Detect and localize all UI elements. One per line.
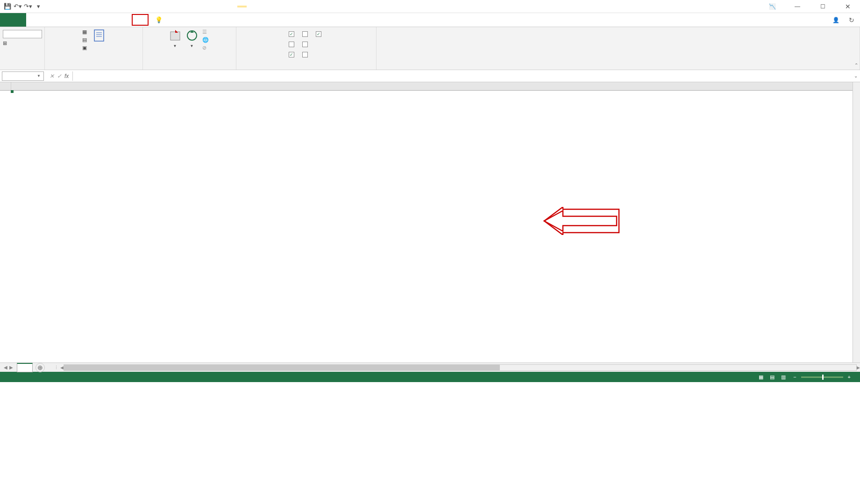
export-button[interactable]: ▼ bbox=[169, 29, 182, 48]
undo-icon[interactable]: ↶▾ bbox=[14, 3, 21, 10]
horizontal-scrollbar[interactable] bbox=[64, 364, 857, 371]
group-style-options: ✓ ✓ ✓ bbox=[236, 27, 377, 70]
annotation-arrow-icon bbox=[542, 207, 621, 235]
zoom-slider[interactable] bbox=[801, 376, 843, 378]
sheet-tab-bar: ◀ ▶ ⊕ ⋮ ◀ ▶ bbox=[0, 362, 860, 372]
cancel-formula-icon[interactable]: ✕ bbox=[50, 73, 54, 79]
tab-file[interactable] bbox=[0, 13, 26, 27]
quick-access-toolbar: 💾 ↶▾ ↷▾ ▾ bbox=[0, 3, 46, 10]
title-bar: 💾 ↶▾ ↷▾ ▾ 📉 — ☐ ✕ bbox=[0, 0, 860, 13]
formula-bar: ▼ ✕ ✓ fx ⌄ bbox=[0, 70, 860, 82]
total-row-checkbox[interactable] bbox=[289, 39, 297, 50]
zoom-in-icon[interactable]: + bbox=[848, 374, 851, 380]
maximize-icon[interactable]: ☐ bbox=[814, 1, 831, 12]
convert-icon: ▣ bbox=[82, 45, 87, 51]
zoom-out-icon[interactable]: − bbox=[793, 374, 796, 380]
tab-formulas[interactable] bbox=[71, 13, 86, 27]
convert-range-button[interactable]: ▣ bbox=[82, 45, 89, 51]
sheet-tab-worldcup[interactable] bbox=[17, 363, 33, 372]
ribbon-tabs: 💡 👤 ↻ bbox=[0, 13, 860, 27]
sheet-nav-prev-icon[interactable]: ◀ bbox=[4, 365, 7, 370]
page-break-view-icon[interactable]: ▥ bbox=[778, 373, 789, 381]
ribbon-options-icon[interactable]: 📉 bbox=[764, 1, 781, 12]
vertical-scrollbar[interactable] bbox=[853, 82, 860, 362]
header-row-checkbox[interactable]: ✓ bbox=[289, 29, 297, 39]
page-layout-view-icon[interactable]: ▤ bbox=[767, 373, 777, 381]
tab-insert[interactable] bbox=[41, 13, 56, 27]
refresh-button[interactable]: ▼ bbox=[185, 29, 199, 48]
properties-button-disabled: ☰ bbox=[202, 29, 211, 35]
add-sheet-button[interactable]: ⊕ bbox=[36, 363, 45, 372]
sheet-nav-next-icon[interactable]: ▶ bbox=[9, 365, 13, 370]
share-icon: 👤 bbox=[832, 17, 839, 23]
collapse-ribbon-icon[interactable]: ⌃ bbox=[854, 63, 858, 68]
group-properties: ⊞ bbox=[0, 27, 45, 70]
insert-slicer-button[interactable] bbox=[92, 29, 106, 43]
tab-design[interactable] bbox=[132, 14, 149, 26]
unlink-button-disabled: ⊘ bbox=[202, 45, 211, 51]
tab-review[interactable] bbox=[101, 13, 116, 27]
group-external-data: ▼ ▼ ☰ 🌐 ⊘ bbox=[143, 27, 236, 70]
minimize-icon[interactable]: — bbox=[789, 1, 806, 12]
group-tools: ▦ ▤ ▣ bbox=[45, 27, 143, 70]
hscroll-right-icon[interactable]: ▶ bbox=[857, 365, 860, 370]
tab-page-layout[interactable] bbox=[56, 13, 71, 27]
close-icon[interactable]: ✕ bbox=[839, 1, 856, 12]
svg-rect-4 bbox=[171, 32, 180, 40]
save-icon[interactable]: 💾 bbox=[4, 3, 11, 10]
fx-icon[interactable]: fx bbox=[64, 73, 69, 79]
banded-rows-checkbox[interactable]: ✓ bbox=[289, 50, 297, 60]
svg-rect-0 bbox=[94, 30, 104, 41]
dedup-icon: ▤ bbox=[82, 37, 87, 43]
qat-customize-icon[interactable]: ▾ bbox=[35, 3, 42, 10]
table-tools-context-tab bbox=[237, 6, 247, 7]
browser-icon: 🌐 bbox=[202, 37, 209, 43]
resize-icon: ⊞ bbox=[3, 40, 7, 46]
spreadsheet-grid bbox=[0, 82, 860, 362]
banded-columns-checkbox[interactable] bbox=[302, 50, 310, 60]
name-box[interactable]: ▼ bbox=[2, 71, 44, 81]
share-button[interactable]: 👤 bbox=[832, 17, 841, 23]
redo-icon[interactable]: ↷▾ bbox=[24, 3, 32, 10]
first-column-checkbox[interactable] bbox=[302, 29, 310, 39]
table-name-input[interactable] bbox=[3, 30, 42, 38]
status-bar: ▦ ▤ ▥ − + bbox=[0, 372, 860, 382]
ribbon: ⊞ ▦ ▤ ▣ ▼ bbox=[0, 27, 860, 70]
summarize-pivot-button[interactable]: ▦ bbox=[82, 29, 89, 35]
tab-data[interactable] bbox=[86, 13, 101, 27]
refresh-icon bbox=[185, 29, 199, 42]
column-headers bbox=[0, 82, 860, 91]
hscroll-left-icon[interactable]: ◀ bbox=[60, 365, 64, 370]
styles-gallery bbox=[617, 29, 619, 31]
sheet-nav: ◀ ▶ bbox=[0, 365, 17, 370]
tab-view[interactable] bbox=[116, 13, 131, 27]
properties-icon: ☰ bbox=[202, 29, 207, 35]
open-browser-button-disabled: 🌐 bbox=[202, 37, 211, 43]
expand-formula-bar-icon[interactable]: ⌄ bbox=[852, 73, 860, 78]
remove-duplicates-button[interactable]: ▤ bbox=[82, 37, 89, 43]
export-icon bbox=[169, 29, 182, 42]
tell-me-search[interactable]: 💡 bbox=[149, 13, 171, 27]
group-table-styles bbox=[377, 27, 860, 70]
selection-indicator bbox=[11, 91, 13, 92]
normal-view-icon[interactable]: ▦ bbox=[756, 373, 766, 381]
resize-table-button[interactable]: ⊞ bbox=[3, 40, 42, 46]
history-icon[interactable]: ↻ bbox=[849, 16, 854, 24]
lightbulb-icon: 💡 bbox=[155, 16, 163, 23]
unlink-icon: ⊘ bbox=[202, 45, 206, 51]
accept-formula-icon[interactable]: ✓ bbox=[57, 73, 62, 79]
tab-home[interactable] bbox=[26, 13, 41, 27]
pivot-icon: ▦ bbox=[82, 29, 87, 35]
select-all-cell[interactable] bbox=[0, 82, 11, 90]
name-box-dropdown-icon[interactable]: ▼ bbox=[37, 74, 41, 78]
slicer-icon bbox=[92, 29, 106, 42]
last-column-checkbox[interactable] bbox=[302, 39, 310, 50]
filter-button-checkbox[interactable]: ✓ bbox=[316, 29, 324, 39]
